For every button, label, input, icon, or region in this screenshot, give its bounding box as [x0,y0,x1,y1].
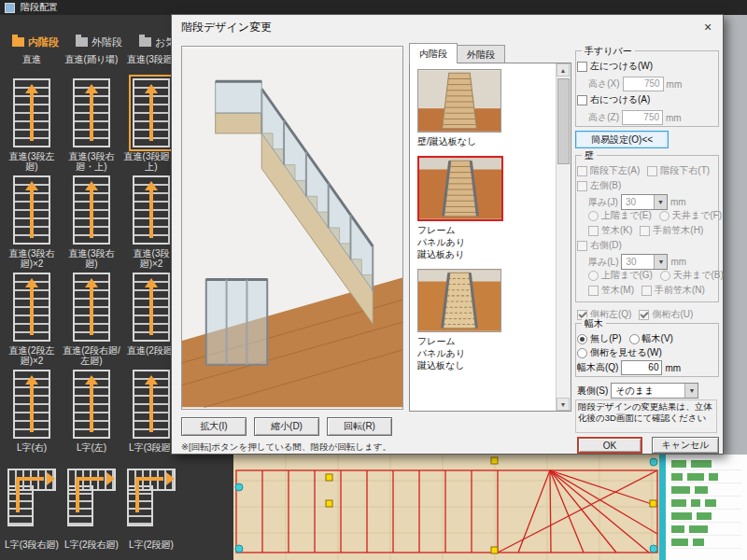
girder-right-label: 側桁右(U) [652,308,693,321]
wall-right-kasagi-checkbox[interactable] [588,286,599,296]
background-panel [724,15,747,455]
baseboard-use-radio[interactable] [629,334,640,344]
rotate-button[interactable]: 回転(R) [327,417,392,436]
show-girder-label: 側桁を見せる(W) [590,346,662,359]
design-option[interactable]: 壁/蹴込板なし [417,69,557,147]
zoom-in-button[interactable]: 拡大(I) [181,417,247,436]
catalog-item-label: L字(左) [63,442,120,464]
ok-button[interactable]: OK [577,437,642,454]
simple-setting-button[interactable]: 簡易設定(O)<< [575,131,669,148]
stair-straight-icon [133,78,170,147]
catalog-item-label: L字(2段右廻) [63,539,120,560]
baseboard-height-input[interactable]: 60 [621,360,662,375]
scrollbar-thumb[interactable] [557,78,570,164]
scroll-down-icon[interactable]: ▼ [557,398,570,411]
catalog-item-label: L字(2段廻) [122,539,180,560]
selection-handles[interactable] [235,457,657,553]
wall-right-front-kasagi-checkbox[interactable] [641,286,652,296]
wall-under-right-checkbox[interactable] [647,166,657,176]
catalog-item[interactable]: 直進(2段右廻/左廻) [62,345,121,442]
stair-straight-icon [133,273,170,342]
backside-label: 裏側(S) [577,385,608,398]
wall-under-left-checkbox[interactable] [577,166,587,176]
chevron-down-icon[interactable]: ▼ [654,255,667,269]
rotate-note: ※[回転]ボタンを押している間、階段が回転します。 [181,441,391,454]
catalog-item-label: 直進(3段左廻) [3,151,61,173]
design-option[interactable]: フレーム パネルあり 蹴込板なし [417,269,557,371]
design-tab-exterior[interactable]: 外階段 [457,45,505,63]
tab-exterior-stairs[interactable]: 外階段 [67,32,131,53]
catalog-item[interactable]: 直進(3段左廻) [2,151,62,248]
stair-3d-preview[interactable] [181,46,403,410]
catalog-item[interactable]: L字(2段右廻) [62,539,121,560]
handrail-left-checkbox[interactable] [577,62,587,72]
chevron-down-icon[interactable]: ▼ [684,384,698,398]
stair-l-icon [65,467,118,528]
background-spreadsheet [666,455,747,560]
design-option-selected[interactable]: フレーム パネルあり 蹴込板あり [417,156,557,260]
thickness-left-dropdown[interactable]: 30 ▼ [621,194,668,210]
catalog-item-label: L字(右) [3,442,61,464]
stair-plan-outline [236,470,657,553]
backside-dropdown[interactable]: そのまま ▼ [611,383,698,399]
catalog-item[interactable]: 直進 [2,54,62,151]
wall-under-right-label: 階段下右(T) [660,164,710,177]
height-right-input[interactable]: 750 [622,110,663,125]
baseboard-none-radio[interactable] [577,334,587,344]
app-title-bar: 階段配置 [0,0,747,15]
wall-left-ceiling-radio[interactable] [659,211,669,221]
scroll-up-icon[interactable]: ▲ [557,63,570,77]
design-tab-interior[interactable]: 内階段 [409,43,458,63]
girder-right-checkbox[interactable] [639,310,649,320]
stair-design-dialog: 階段デザイン変更 × [171,14,724,455]
catalog-item[interactable]: 直進(踊り場) [62,54,121,151]
unit-label: mm [666,113,682,123]
catalog-item[interactable]: 直進(3段右廻・上) [62,151,121,248]
handrail-left-label: 左につける(W) [590,60,653,73]
height-left-input[interactable]: 750 [623,77,664,91]
baseboard-none-label: 無し(P) [590,332,622,345]
thickness-right-dropdown[interactable]: 30 ▼ [621,254,668,270]
floor-plan-canvas[interactable] [233,455,661,560]
catalog-item-label: 直進(2段左廻)×2 [3,345,61,367]
thickness-left-label: 厚み(J) [588,196,618,209]
stair-straight-icon [13,370,50,439]
settings-panel: 手すりバー 左につける(W) 高さ(X) 750 mm 右につける(A) 高さ(… [573,15,723,454]
catalog-item[interactable]: L字(2段廻) [121,539,181,560]
design-list-scrollbar[interactable]: ▲ ▼ [556,63,571,411]
wall-left-kasagi-checkbox[interactable] [588,226,599,236]
catalog-item[interactable]: 直進(3段右廻) [62,248,121,345]
stair-straight-icon [13,78,50,147]
cancel-button[interactable]: キャンセル [652,437,719,454]
wall-left-upper-label: 上階まで(E) [601,209,652,222]
folder-icon [12,37,24,47]
catalog-item[interactable]: L字(3段右廻) [2,539,62,560]
height-left-label: 高さ(X) [588,77,620,91]
catalog-item[interactable]: L字(左) [62,442,121,539]
height-right-label: 高さ(Z) [588,111,619,124]
wall-right-upper-radio[interactable] [588,271,599,281]
floor-plan-view[interactable] [233,455,661,560]
folder-icon [139,37,151,47]
wall-left-upper-radio[interactable] [588,211,599,221]
design-thumbnail [417,269,501,332]
show-girder-radio[interactable] [577,348,587,358]
catalog-item-label: 直進(3段右廻)×2 [3,248,61,270]
stair-straight-icon [133,370,170,439]
catalog-item[interactable]: L字(右) [2,442,62,539]
wall-left-front-kasagi-checkbox[interactable] [640,226,650,236]
wall-right-ceiling-radio[interactable] [660,271,670,281]
design-thumbnail [417,69,501,133]
catalog-item[interactable]: 直進(3段右廻)×2 [2,248,62,345]
wall-right-side-checkbox[interactable] [577,241,587,251]
wall-left-side-checkbox[interactable] [577,181,587,191]
wall-right-side-label: 右側(D) [590,239,622,252]
zoom-out-button[interactable]: 縮小(D) [254,417,319,436]
design-list: 壁/蹴込板なし [409,63,571,412]
chevron-down-icon[interactable]: ▼ [654,195,667,209]
stair-l-icon [125,467,177,528]
catalog-item[interactable]: 直進(2段左廻)×2 [2,345,62,442]
catalog-item[interactable]: L字(3段廻) [121,442,181,539]
handrail-right-checkbox[interactable] [577,95,587,105]
tab-interior-stairs[interactable]: 内階段 [4,32,67,53]
